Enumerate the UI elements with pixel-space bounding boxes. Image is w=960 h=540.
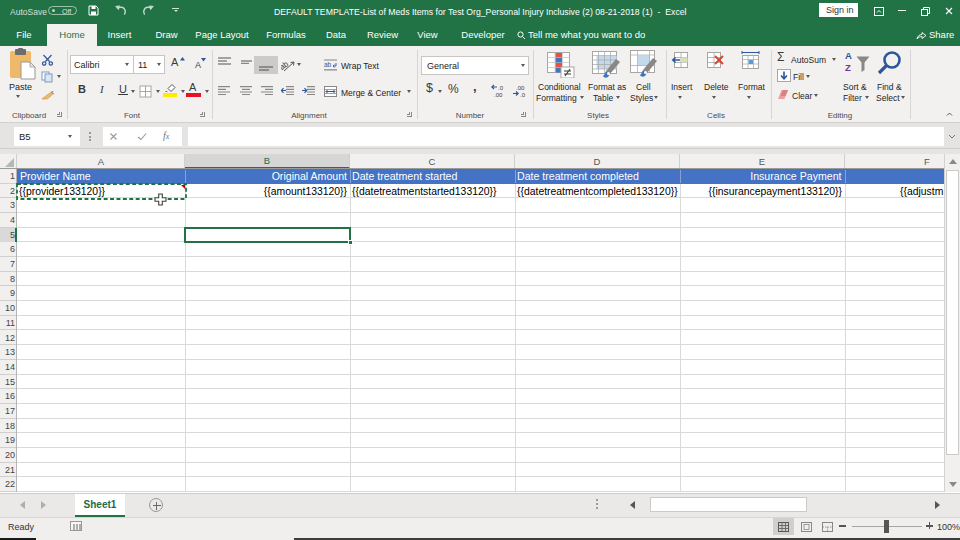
svg-text:ab: ab xyxy=(324,61,332,68)
svg-text:.00: .00 xyxy=(516,85,525,91)
svg-text:.00: .00 xyxy=(494,92,503,98)
svg-text:.0: .0 xyxy=(520,92,526,98)
svg-text:.0: .0 xyxy=(498,85,504,91)
